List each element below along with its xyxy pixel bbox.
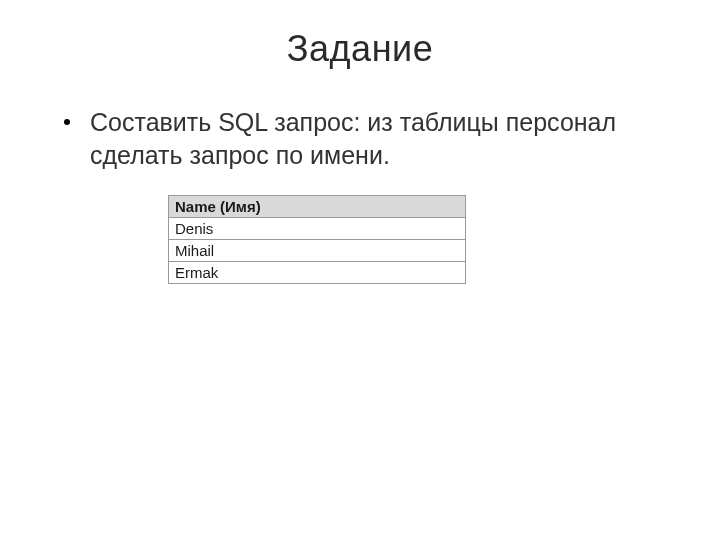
bullet-item: Составить SQL запрос: из таблицы персона…: [60, 106, 660, 171]
slide: Задание Составить SQL запрос: из таблицы…: [0, 0, 720, 540]
table-row: Mihail: [169, 240, 466, 262]
table-header-cell: Name (Имя): [169, 196, 466, 218]
bullet-text: Составить SQL запрос: из таблицы персона…: [90, 106, 660, 171]
table-cell: Mihail: [169, 240, 466, 262]
table-cell: Denis: [169, 218, 466, 240]
body: Составить SQL запрос: из таблицы персона…: [60, 106, 660, 284]
bullet-marker-icon: [64, 119, 70, 125]
page-title: Задание: [60, 28, 660, 70]
table-cell: Ermak: [169, 262, 466, 284]
table-container: Name (Имя) Denis Mihail Ermak: [168, 195, 660, 284]
table-header-row: Name (Имя): [169, 196, 466, 218]
names-table: Name (Имя) Denis Mihail Ermak: [168, 195, 466, 284]
table-row: Ermak: [169, 262, 466, 284]
table-row: Denis: [169, 218, 466, 240]
